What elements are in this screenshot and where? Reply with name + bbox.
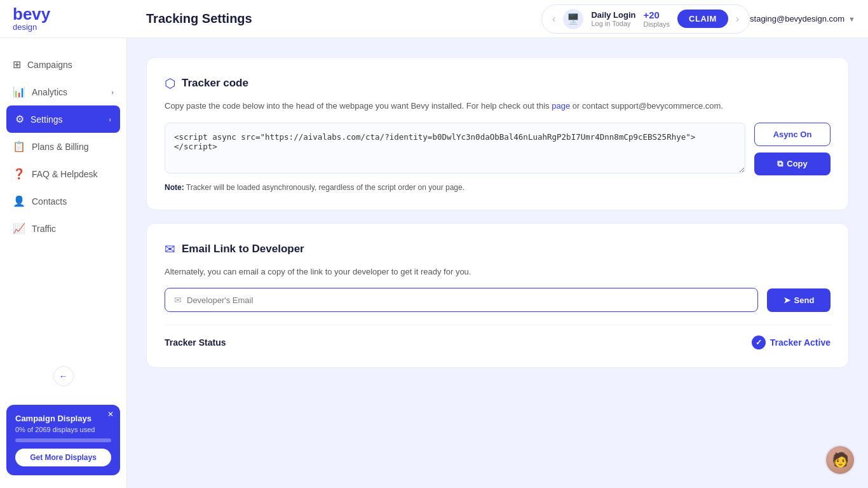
email-link-header: ✉ Email Link to Developer <box>165 241 831 257</box>
copy-icon: ⧉ <box>777 159 783 169</box>
sidebar-item-campaigns[interactable]: ⊞ Campaigns <box>0 51 126 78</box>
email-link-desc: Alternately, you can email a copy of the… <box>165 266 831 278</box>
campaign-displays-close-icon[interactable]: ✕ <box>107 410 114 419</box>
main-layout: ⊞ Campaigns 📊 Analytics › ⚙ Settings › 📋… <box>0 38 868 488</box>
sidebar-label-faq-helpdesk: FAQ & Helpdesk <box>32 169 98 179</box>
sidebar-label-contacts: Contacts <box>32 196 67 207</box>
tracker-code-desc: Copy paste the code below into the head … <box>165 100 831 112</box>
tracker-code-page-link[interactable]: page <box>552 101 570 111</box>
code-row: <script async src="https://aivalabs.com/… <box>165 123 831 175</box>
tracker-code-header: ⬡ Tracker code <box>165 76 831 91</box>
settings-icon: ⚙ <box>15 113 24 125</box>
traffic-icon: 📈 <box>13 222 25 234</box>
copy-button[interactable]: ⧉ Copy <box>754 152 831 175</box>
tracker-status-row: Tracker Status ✓ Tracker Active <box>165 325 831 349</box>
user-chevron-icon: ▼ <box>848 15 855 23</box>
sidebar-label-campaigns: Campaigns <box>27 60 72 70</box>
async-on-button[interactable]: Async On <box>754 123 831 146</box>
tracker-code-card: ⬡ Tracker code Copy paste the code below… <box>146 57 849 210</box>
user-menu[interactable]: staging@bevydesign.com ▼ <box>750 14 855 24</box>
copy-label: Copy <box>787 159 808 168</box>
top-header: bevy design Tracking Settings ‹ 🖥️ Daily… <box>0 0 868 38</box>
daily-login-title: Daily Login <box>591 10 635 20</box>
avatar[interactable]: 🧑 <box>825 445 855 475</box>
email-icon: ✉ <box>174 295 182 305</box>
tracker-code-textarea[interactable]: <script async src="https://aivalabs.com/… <box>165 123 745 173</box>
email-link-icon: ✉ <box>165 241 175 257</box>
logo-sub: design <box>13 22 50 32</box>
send-icon: ➤ <box>783 295 790 305</box>
email-link-title: Email Link to Developer <box>182 243 304 255</box>
email-row: ✉ ➤ Send <box>165 288 831 312</box>
campaign-displays-subtitle: 0% of 2069 displays used <box>15 426 111 433</box>
sidebar-label-analytics: Analytics <box>32 87 67 97</box>
logo-area: bevy design <box>13 6 140 32</box>
page-title: Tracking Settings <box>146 11 541 26</box>
faq-helpdesk-icon: ❓ <box>13 168 25 180</box>
next-chevron-icon[interactable]: › <box>736 13 739 25</box>
tracker-code-note: Note: Tracker will be loaded asynchronou… <box>165 183 831 192</box>
tracker-code-title: Tracker code <box>182 77 248 90</box>
plans-billing-icon: 📋 <box>13 140 25 152</box>
contacts-icon: 👤 <box>13 195 25 207</box>
email-input-wrap: ✉ <box>165 288 758 312</box>
tracker-active-indicator: ✓ Tracker Active <box>752 336 831 349</box>
sidebar-item-traffic[interactable]: 📈 Traffic <box>0 215 126 242</box>
daily-login-subtitle: Log in Today <box>591 20 635 27</box>
daily-login-icon: 🖥️ <box>563 9 583 29</box>
logo-main: bevy <box>13 6 50 22</box>
analytics-icon: 📊 <box>13 86 25 98</box>
campaigns-icon: ⊞ <box>13 58 21 71</box>
send-button[interactable]: ➤ Send <box>767 288 831 312</box>
analytics-chevron-icon: › <box>111 88 114 96</box>
tracker-status-label: Tracker Status <box>165 337 226 348</box>
sidebar-item-plans-billing[interactable]: 📋 Plans & Billing <box>0 133 126 160</box>
campaign-displays-widget: ✕ Campaign Displays 0% of 2069 displays … <box>6 405 120 475</box>
tracker-code-icon: ⬡ <box>165 76 175 91</box>
sidebar-item-settings[interactable]: ⚙ Settings › <box>6 105 120 133</box>
sidebar-item-analytics[interactable]: 📊 Analytics › <box>0 78 126 105</box>
email-link-card: ✉ Email Link to Developer Alternately, y… <box>146 223 849 369</box>
avatar-image: 🧑 <box>826 446 854 474</box>
note-label: Note: <box>165 183 184 192</box>
sidebar-collapse-button[interactable]: ← <box>53 366 74 386</box>
prev-chevron-icon[interactable]: ‹ <box>552 13 555 25</box>
user-email: staging@bevydesign.com <box>750 14 844 24</box>
daily-login-amount: +20 Displays <box>643 10 670 28</box>
sidebar-label-traffic: Traffic <box>32 224 56 234</box>
sidebar-label-plans-billing: Plans & Billing <box>32 142 89 152</box>
sidebar-label-settings: Settings <box>31 114 63 125</box>
get-more-displays-button[interactable]: Get More Displays <box>15 449 111 466</box>
campaign-displays-progress-bar <box>15 438 111 442</box>
developer-email-input[interactable] <box>187 295 749 305</box>
daily-login-text: Daily Login Log in Today <box>591 10 635 27</box>
tracker-code-desc-contact: or contact support@bevycommerce.com. <box>570 101 723 111</box>
claim-button[interactable]: CLAIM <box>677 10 728 28</box>
campaign-displays-title: Campaign Displays <box>15 414 111 423</box>
code-actions: Async On ⧉ Copy <box>754 123 831 175</box>
sidebar: ⊞ Campaigns 📊 Analytics › ⚙ Settings › 📋… <box>0 38 127 488</box>
settings-chevron-icon: › <box>109 116 111 123</box>
sidebar-item-contacts[interactable]: 👤 Contacts <box>0 187 126 215</box>
tracker-active-label: Tracker Active <box>770 337 831 348</box>
send-label: Send <box>794 295 815 305</box>
note-content: Tracker will be loaded asynchronously, r… <box>184 183 465 192</box>
daily-login-widget: ‹ 🖥️ Daily Login Log in Today +20 Displa… <box>541 4 750 34</box>
content-area: ⬡ Tracker code Copy paste the code below… <box>127 38 868 488</box>
tracker-check-icon: ✓ <box>752 336 766 349</box>
sidebar-item-faq-helpdesk[interactable]: ❓ FAQ & Helpdesk <box>0 160 126 187</box>
